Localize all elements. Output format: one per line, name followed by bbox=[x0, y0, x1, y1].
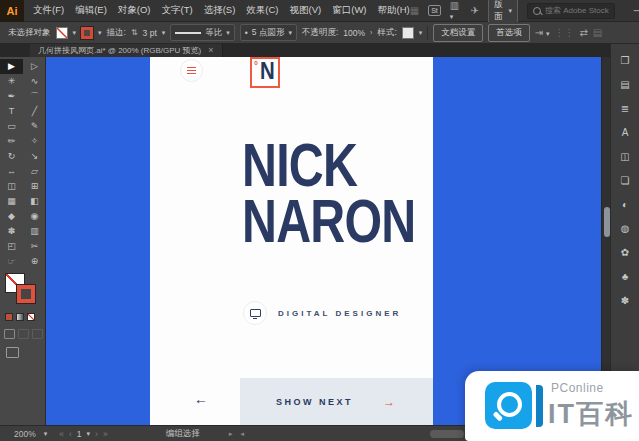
line-segment-tool[interactable]: ╱ bbox=[23, 104, 46, 119]
panel-options-icon[interactable]: ▤ bbox=[593, 28, 602, 38]
curvature-tool[interactable]: ⌒ bbox=[23, 89, 46, 104]
menu-item-6[interactable]: 效果(C) bbox=[246, 4, 278, 17]
layers-panel-icon[interactable]: ❏ bbox=[615, 173, 635, 189]
minimize-button[interactable]: ─ bbox=[634, 6, 639, 16]
symbols-panel-icon[interactable]: ♣ bbox=[615, 269, 635, 285]
menu-item-7[interactable]: 视图(V) bbox=[290, 4, 322, 17]
style-swatch[interactable] bbox=[402, 27, 414, 39]
scrollbar-thumb[interactable] bbox=[604, 207, 610, 237]
menu-item-3[interactable]: 对象(O) bbox=[118, 4, 151, 17]
shaper-tool[interactable]: ✧ bbox=[23, 134, 46, 149]
screen-mode-button[interactable] bbox=[6, 347, 19, 358]
menu-item-8[interactable]: 窗口(W) bbox=[332, 4, 366, 17]
gradient-tool[interactable]: ◧ bbox=[23, 194, 46, 209]
brushes-panel-icon[interactable]: ✿ bbox=[615, 245, 635, 261]
tab-close-icon[interactable]: × bbox=[208, 46, 213, 55]
none-button[interactable] bbox=[27, 313, 35, 321]
document-tab-bar: 几何拼接风网页.ai* @ 200% (RGB/GPU 预览) × bbox=[0, 44, 639, 57]
appearance-panel-icon[interactable]: ◍ bbox=[615, 221, 635, 237]
scale-tool[interactable]: ↘ bbox=[23, 149, 46, 164]
shape-builder-tool[interactable]: ◫ bbox=[0, 179, 23, 194]
lasso-tool[interactable]: ∿ bbox=[23, 74, 46, 89]
chevron-down-icon[interactable]: ▾ bbox=[98, 29, 102, 37]
preferences-button[interactable]: 首选项 bbox=[488, 24, 530, 42]
opacity-more-icon[interactable]: › bbox=[370, 29, 372, 36]
transform-panel-icon[interactable]: ❐ bbox=[615, 53, 635, 69]
rotate-tool[interactable]: ↻ bbox=[0, 149, 23, 164]
opacity-value[interactable]: 100% bbox=[343, 28, 365, 38]
symbol-sprayer-tool[interactable]: ✽ bbox=[0, 224, 23, 239]
horizontal-scrollbar-thumb[interactable] bbox=[430, 430, 464, 438]
selection-tool[interactable]: ▶ bbox=[0, 59, 23, 74]
draw-inside-icon[interactable] bbox=[32, 329, 43, 339]
pane-toggle-icons[interactable]: ► ◄ bbox=[228, 431, 248, 437]
draw-normal-icon[interactable] bbox=[4, 329, 15, 339]
artboard-tool[interactable]: ◰ bbox=[0, 239, 23, 254]
document-tab[interactable]: 几何拼接风网页.ai* @ 200% (RGB/GPU 预览) × bbox=[30, 44, 223, 57]
paragraph-panel-icon[interactable]: ≣ bbox=[615, 101, 635, 117]
arrange-icon[interactable]: ⇄ bbox=[579, 28, 587, 38]
zoom-tool[interactable]: ⊕ bbox=[23, 254, 46, 269]
stroke-swatch[interactable] bbox=[17, 285, 35, 303]
hamburger-menu-icon bbox=[180, 59, 203, 82]
pencil-tool[interactable]: ✏ bbox=[0, 134, 23, 149]
current-tool-label[interactable]: 编组选择 bbox=[166, 428, 200, 440]
transparency-panel-icon[interactable]: ◐ bbox=[615, 197, 635, 213]
type-tool[interactable]: T bbox=[0, 104, 23, 119]
pathfinder-panel-icon[interactable]: ◫ bbox=[615, 149, 635, 165]
adobe-stock-icon[interactable]: St bbox=[428, 5, 441, 16]
previous-artboard-icon[interactable]: ‹ bbox=[69, 429, 72, 439]
stroke-stepper[interactable]: ⇅ bbox=[131, 28, 138, 37]
chevron-down-icon[interactable]: ▾ bbox=[73, 29, 77, 37]
zoom-control[interactable]: 200% ▾ bbox=[14, 429, 47, 439]
app-logo-icon[interactable]: Ai bbox=[0, 0, 24, 22]
chevron-down-icon: ▾ bbox=[44, 430, 48, 438]
menu-item-1[interactable]: 文件(F) bbox=[33, 4, 64, 17]
menu-item-2[interactable]: 编辑(E) bbox=[75, 4, 107, 17]
next-artboard-icon[interactable]: › bbox=[95, 429, 98, 439]
width-tool[interactable]: ↔ bbox=[0, 164, 23, 179]
free-transform-tool[interactable]: ▱ bbox=[23, 164, 46, 179]
graphic-styles-panel-icon[interactable]: ✽ bbox=[615, 293, 635, 309]
menu-item-9[interactable]: 帮助(H) bbox=[378, 4, 410, 17]
brush-definition-dropdown[interactable]: • 5 点圆形 ▾ bbox=[240, 24, 297, 41]
column-graph-tool[interactable]: ▥ bbox=[23, 224, 46, 239]
magic-wand-tool[interactable]: ✳ bbox=[0, 74, 23, 89]
apps-icon[interactable]: ▦ bbox=[410, 6, 419, 16]
width-profile-dropdown[interactable]: 等比 ▾ bbox=[170, 24, 235, 41]
draw-behind-icon[interactable] bbox=[18, 329, 29, 339]
last-artboard-icon[interactable]: » bbox=[103, 429, 108, 439]
mesh-tool[interactable]: ▦ bbox=[0, 194, 23, 209]
hand-tool[interactable]: ☞ bbox=[0, 254, 23, 269]
logo-selection-box[interactable]: ° N bbox=[250, 57, 280, 88]
color-button[interactable] bbox=[5, 313, 13, 321]
brush-dot-icon: • bbox=[245, 28, 248, 38]
align-options-icon[interactable]: ⇥ ▾ bbox=[535, 28, 550, 38]
chevron-down-icon[interactable]: ▾ bbox=[419, 29, 423, 37]
stock-search-input[interactable]: 搜索 Adobe Stock bbox=[527, 3, 615, 19]
slice-tool[interactable]: ✂ bbox=[23, 239, 46, 254]
arrange-documents-icon[interactable]: ▥ ▾ bbox=[450, 1, 462, 21]
artboard-number[interactable]: 1 bbox=[77, 429, 82, 439]
first-artboard-icon[interactable]: « bbox=[59, 429, 64, 439]
perspective-grid-tool[interactable]: ⊞ bbox=[23, 179, 46, 194]
paintbrush-tool[interactable]: ✎ bbox=[23, 119, 46, 134]
stroke-weight-value[interactable]: 3 pt bbox=[143, 28, 157, 38]
swatches-panel-icon[interactable]: ▤ bbox=[615, 77, 635, 93]
stroke-color-swatch[interactable] bbox=[81, 27, 93, 39]
fill-color-swatch[interactable] bbox=[56, 27, 68, 39]
rectangle-tool[interactable]: ▭ bbox=[0, 119, 23, 134]
blend-tool[interactable]: ◉ bbox=[23, 209, 46, 224]
chevron-down-icon[interactable]: ▾ bbox=[162, 29, 166, 37]
direct-selection-tool[interactable]: ▷ bbox=[23, 59, 46, 74]
chevron-down-icon[interactable]: ▾ bbox=[87, 430, 91, 438]
menu-item-4[interactable]: 文字(T) bbox=[162, 4, 193, 17]
eyedropper-tool[interactable]: ◆ bbox=[0, 209, 23, 224]
character-panel-icon[interactable]: A bbox=[615, 125, 635, 141]
share-icon[interactable]: ✈ bbox=[470, 6, 478, 16]
pen-tool[interactable]: ✒ bbox=[0, 89, 23, 104]
artboard-canvas[interactable]: ° N NICKNARON DIGITAL DESIGNER ← SHOW NE… bbox=[46, 57, 601, 425]
menu-item-5[interactable]: 选择(S) bbox=[204, 4, 236, 17]
document-setup-button[interactable]: 文档设置 bbox=[433, 24, 483, 42]
gradient-button[interactable] bbox=[16, 313, 24, 321]
